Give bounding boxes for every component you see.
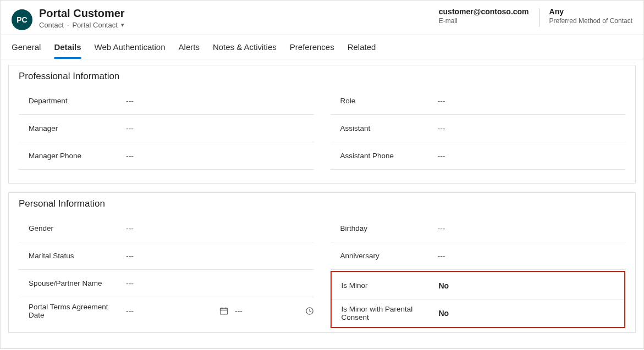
label-manager: Manager <box>29 124 119 132</box>
label-manager-phone: Manager Phone <box>29 152 119 160</box>
tab-web-authentication[interactable]: Web Authentication <box>95 35 166 59</box>
tab-list: General Details Web Authentication Alert… <box>1 35 643 59</box>
label-marital-status: Marital Status <box>29 252 119 260</box>
field-gender[interactable]: Gender --- <box>19 215 314 242</box>
value-department: --- <box>126 97 314 105</box>
value-manager-phone: --- <box>126 152 314 160</box>
value-portal-terms-date: --- <box>126 307 219 315</box>
field-is-minor[interactable]: Is Minor No <box>332 272 625 299</box>
clock-icon[interactable] <box>305 307 314 315</box>
field-is-minor-parental-consent[interactable]: Is Minor with Parental Consent No <box>332 299 625 327</box>
field-birthday[interactable]: Birthday --- <box>331 215 626 242</box>
value-portal-terms-time: --- <box>235 307 299 315</box>
header-email-value: customer@contoso.com <box>439 7 529 16</box>
highlight-minor-fields: Is Minor No Is Minor with Parental Conse… <box>331 271 626 328</box>
value-marital-status: --- <box>126 252 314 260</box>
label-assistant-phone: Assistant Phone <box>340 152 431 160</box>
field-manager-phone[interactable]: Manager Phone --- <box>19 142 314 170</box>
value-gender: --- <box>126 224 314 233</box>
entity-type-label: Contact <box>39 21 64 29</box>
tab-notes-activities[interactable]: Notes & Activities <box>213 35 277 59</box>
form-selector[interactable]: Contact · Portal Contact ▾ <box>39 21 125 29</box>
value-is-minor-parental: No <box>439 309 625 318</box>
tab-related[interactable]: Related <box>348 35 376 59</box>
avatar: PC <box>12 9 32 30</box>
section-title-professional: Professional Information <box>19 71 625 82</box>
label-is-minor: Is Minor <box>342 281 432 290</box>
field-manager[interactable]: Manager --- <box>19 115 314 142</box>
value-assistant-phone: --- <box>438 152 626 160</box>
label-assistant: Assistant <box>340 124 431 132</box>
field-spouse-partner-name[interactable]: Spouse/Partner Name --- <box>19 270 314 297</box>
section-personal-information: Personal Information Gender --- Marital … <box>8 192 636 333</box>
field-portal-terms-date[interactable]: Portal Terms Agreement Date --- --- <box>19 297 314 325</box>
value-manager: --- <box>126 124 314 133</box>
value-role: --- <box>438 97 626 105</box>
label-is-minor-parental: Is Minor with Parental Consent <box>342 305 432 321</box>
header-contact-value: Any <box>549 7 632 16</box>
section-title-personal: Personal Information <box>19 198 625 209</box>
value-is-minor: No <box>439 281 625 290</box>
form-name-label: Portal Contact <box>72 21 117 29</box>
value-spouse: --- <box>126 279 314 288</box>
field-assistant[interactable]: Assistant --- <box>331 115 626 142</box>
chevron-down-icon: ▾ <box>121 21 124 29</box>
value-anniversary: --- <box>438 252 626 260</box>
label-anniversary: Anniversary <box>340 252 431 260</box>
value-assistant: --- <box>438 124 626 133</box>
header-field-contact-method[interactable]: Any Preferred Method of Contact <box>549 7 632 25</box>
divider <box>539 8 540 27</box>
field-role[interactable]: Role --- <box>331 87 626 115</box>
tab-general[interactable]: General <box>12 35 41 59</box>
form-body: Professional Information Department --- … <box>1 59 643 348</box>
value-birthday: --- <box>438 224 626 233</box>
header-email-label: E-mail <box>439 17 529 25</box>
tab-preferences[interactable]: Preferences <box>290 35 334 59</box>
field-department[interactable]: Department --- <box>19 87 314 115</box>
label-gender: Gender <box>29 224 119 232</box>
tab-alerts[interactable]: Alerts <box>179 35 200 59</box>
header-contact-label: Preferred Method of Contact <box>549 17 632 25</box>
page-title: Portal Customer <box>39 7 125 20</box>
label-department: Department <box>29 97 119 105</box>
label-birthday: Birthday <box>340 224 431 232</box>
tab-details[interactable]: Details <box>54 35 81 59</box>
label-portal-terms: Portal Terms Agreement Date <box>29 303 119 319</box>
field-assistant-phone[interactable]: Assistant Phone --- <box>331 142 626 170</box>
label-spouse: Spouse/Partner Name <box>29 279 119 287</box>
header-field-email[interactable]: customer@contoso.com E-mail <box>439 7 529 25</box>
form-header: PC Portal Customer Contact · Portal Cont… <box>1 1 643 35</box>
section-professional-information: Professional Information Department --- … <box>8 65 636 184</box>
field-anniversary[interactable]: Anniversary --- <box>331 242 626 270</box>
label-role: Role <box>340 97 431 105</box>
svg-rect-1 <box>221 308 228 310</box>
calendar-icon[interactable] <box>219 307 228 315</box>
field-marital-status[interactable]: Marital Status --- <box>19 242 314 270</box>
